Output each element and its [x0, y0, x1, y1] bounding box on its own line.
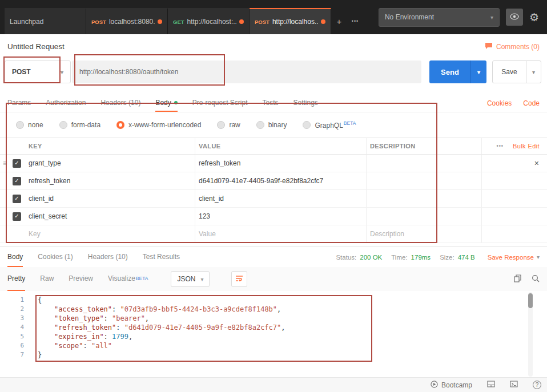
- send-options-button[interactable]: ▾: [470, 60, 486, 83]
- tab-options-button[interactable]: •••: [347, 8, 363, 34]
- description-cell[interactable]: [366, 155, 481, 172]
- url-input[interactable]: http://localhost:8080/oauth/token: [72, 60, 421, 83]
- bulk-edit-link[interactable]: Bulk Edit: [513, 143, 540, 149]
- format-selector[interactable]: JSON ▾: [171, 271, 210, 287]
- view-raw[interactable]: Raw: [40, 267, 54, 291]
- response-tab-body[interactable]: Body: [7, 247, 23, 267]
- key-cell[interactable]: refresh_token: [29, 177, 195, 185]
- save-response-button[interactable]: Save Response ▾: [488, 254, 540, 261]
- value-cell[interactable]: refresh_token: [195, 155, 366, 172]
- cookies-link[interactable]: Cookies: [487, 99, 512, 107]
- eye-icon: [510, 12, 519, 22]
- row-select-cell: ✓: [0, 208, 29, 225]
- environment-selector[interactable]: No Environment ▾: [379, 8, 500, 27]
- value-cell[interactable]: d641d079-41e7-4405-9a9f-e82bf8a2cfc7: [195, 172, 366, 189]
- tab-tests[interactable]: Tests: [262, 95, 278, 112]
- wrap-lines-button[interactable]: [231, 271, 247, 287]
- tab-request-2[interactable]: GET http://localhost:...: [168, 8, 250, 34]
- row-controls: [481, 172, 547, 189]
- top-bar: Launchpad POST localhost:8080... GET htt…: [0, 0, 547, 34]
- description-cell[interactable]: [366, 190, 481, 207]
- response-scrollbar-thumb[interactable]: [528, 293, 533, 308]
- postman-app: Launchpad POST localhost:8080... GET htt…: [0, 0, 547, 392]
- save-button[interactable]: Save: [493, 61, 526, 83]
- tab-request-1[interactable]: POST localhost:8080...: [86, 8, 168, 34]
- request-tab-strip: Launchpad POST localhost:8080... GET htt…: [0, 0, 363, 34]
- code-line: 7 }: [0, 350, 539, 359]
- comments-link[interactable]: Comments (0): [485, 42, 540, 51]
- code-link[interactable]: Code: [523, 99, 540, 107]
- tab-request-3-active[interactable]: POST http://localhos...: [250, 8, 331, 34]
- mode-label: raw: [229, 121, 240, 129]
- response-tab-headers[interactable]: Headers (10): [88, 247, 128, 267]
- help-icon: ?: [536, 382, 539, 388]
- header-controls: ••• Bulk Edit: [481, 138, 547, 154]
- key-cell[interactable]: client_id: [29, 195, 195, 203]
- new-tab-button[interactable]: +: [331, 8, 347, 34]
- value-cell[interactable]: 123: [195, 208, 366, 225]
- tab-launchpad[interactable]: Launchpad: [5, 8, 86, 34]
- bootcamp-label: Bootcamp: [441, 381, 472, 389]
- delete-row-button[interactable]: ×: [534, 159, 547, 168]
- tab-label: http://localhos...: [272, 18, 318, 26]
- settings-button[interactable]: ⚙: [529, 12, 539, 23]
- tab-label: http://localhost:...: [187, 18, 236, 26]
- mode-form-data[interactable]: form-data: [59, 121, 100, 129]
- mode-x-www-form-urlencoded[interactable]: x-www-form-urlencoded: [116, 121, 201, 129]
- row-checkbox[interactable]: ✓: [13, 177, 21, 185]
- tab-settings[interactable]: Settings: [293, 95, 318, 112]
- description-cell[interactable]: [366, 172, 481, 189]
- value-cell[interactable]: client_id: [195, 190, 366, 207]
- description-cell[interactable]: [366, 208, 481, 225]
- tab-body[interactable]: Body: [155, 95, 177, 112]
- bootcamp-button[interactable]: Bootcamp: [431, 381, 472, 390]
- view-pretty[interactable]: Pretty: [7, 267, 25, 291]
- kv-row-placeholder: Key Value Description: [0, 225, 547, 243]
- response-tab-cookies[interactable]: Cookies (1): [38, 247, 73, 267]
- console-button[interactable]: [510, 381, 518, 389]
- code-line: 5 "expires_in": 1799,: [0, 332, 539, 341]
- check-icon: ✓: [14, 213, 19, 219]
- kv-row: ✓ client_secret 123: [0, 208, 547, 225]
- environment-quick-look-button[interactable]: [506, 9, 523, 26]
- build-view-button[interactable]: [487, 381, 495, 389]
- mode-graphql[interactable]: GraphQLBETA: [303, 120, 356, 130]
- environment-value: No Environment: [385, 13, 434, 21]
- tab-pre-request-script[interactable]: Pre-request Script: [192, 95, 248, 112]
- value-placeholder-cell[interactable]: Value: [195, 225, 366, 243]
- tab-authorization[interactable]: Authorization: [46, 95, 86, 112]
- more-options-button[interactable]: •••: [497, 143, 504, 149]
- row-checkbox[interactable]: ✓: [13, 159, 21, 168]
- row-checkbox[interactable]: ✓: [13, 195, 21, 203]
- response-section-header: Body Cookies (1) Headers (10) Test Resul…: [0, 246, 547, 267]
- drag-handle-icon[interactable]: ≡: [3, 159, 7, 167]
- key-cell[interactable]: client_secret: [29, 212, 195, 220]
- description-placeholder-cell[interactable]: Description: [366, 225, 481, 243]
- search-button[interactable]: [532, 274, 540, 284]
- gear-icon: ⚙: [529, 11, 539, 23]
- mode-raw[interactable]: raw: [217, 121, 240, 129]
- view-visualize[interactable]: VisualizeBETA: [108, 267, 148, 291]
- response-tab-test-results[interactable]: Test Results: [143, 247, 180, 267]
- col-value-header: VALUE: [195, 138, 366, 154]
- row-checkbox[interactable]: ✓: [13, 212, 21, 221]
- mode-binary[interactable]: binary: [256, 121, 287, 129]
- kv-row: ≡ ✓ grant_type refresh_token ×: [0, 155, 547, 172]
- tab-headers[interactable]: Headers (10): [100, 95, 140, 112]
- send-button[interactable]: Send: [429, 60, 470, 83]
- kv-row: ✓ client_id client_id: [0, 190, 547, 208]
- method-selector[interactable]: POST ▾: [5, 60, 71, 83]
- size-label: Size:: [440, 254, 455, 261]
- mode-none[interactable]: none: [16, 121, 43, 129]
- environment-area: No Environment ▾ ⚙: [371, 0, 547, 34]
- help-button[interactable]: ?: [533, 381, 541, 389]
- key-cell[interactable]: grant_type: [29, 159, 195, 167]
- tab-params[interactable]: Params: [7, 95, 31, 112]
- copy-button[interactable]: [514, 274, 521, 284]
- code-line: 6 "scope": "all": [0, 341, 539, 350]
- mode-label: GraphQLBETA: [315, 120, 356, 130]
- request-section-tabs: Params Authorization Headers (10) Body P…: [0, 95, 547, 112]
- view-preview[interactable]: Preview: [69, 267, 93, 291]
- save-options-button[interactable]: ▾: [526, 61, 541, 83]
- key-placeholder-cell[interactable]: Key: [29, 230, 195, 238]
